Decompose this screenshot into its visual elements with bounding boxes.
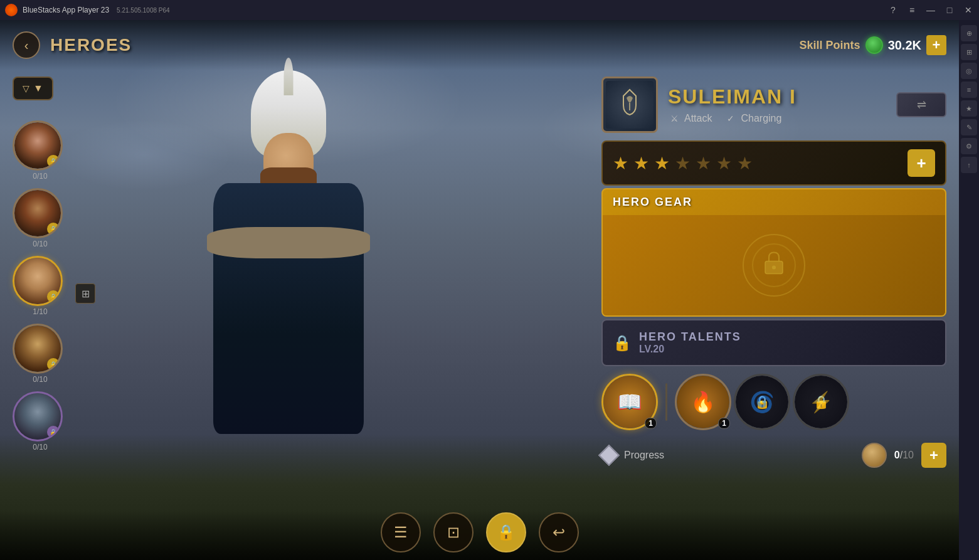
skill-separator xyxy=(665,383,667,421)
skill-points-label: Skill Points xyxy=(800,39,860,52)
grid-icon: ⊞ xyxy=(82,288,90,300)
shuffle-icon: ⇌ xyxy=(917,98,926,112)
attack-icon: ⚔ xyxy=(668,112,680,125)
hero-progress-2: 0/10 xyxy=(13,240,68,248)
title-bar: BlueStacks App Player 23 5.21.505.1008 P… xyxy=(0,0,979,20)
skill-points-value: 30.2K xyxy=(888,38,921,53)
back-button[interactable]: ‹ xyxy=(13,31,40,59)
hero-progress-4: 0/10 xyxy=(13,375,68,384)
progress-counter: 0/10 xyxy=(894,450,914,461)
hero-emblem xyxy=(601,77,658,133)
skill-badge-1: 1 xyxy=(645,418,657,429)
charging-icon: ✓ xyxy=(724,112,737,125)
sidebar-tool-4[interactable]: ≡ xyxy=(961,82,977,98)
hero-lock-icon-5: 🔒 xyxy=(47,426,60,438)
sidebar-tool-2[interactable]: ⊞ xyxy=(961,44,977,60)
top-navigation: ‹ HEROES Skill Points 30.2K + xyxy=(0,20,959,70)
sidebar-tool-5[interactable]: ★ xyxy=(961,100,977,117)
nav-back-button[interactable]: ↩ xyxy=(539,512,579,552)
progress-avatar xyxy=(862,443,887,468)
shuffle-button[interactable]: ⇌ xyxy=(896,92,946,117)
bottom-navigation: ☰ ⊡ 🔒 ↩ xyxy=(0,510,959,560)
sidebar-tool-3[interactable]: ◎ xyxy=(961,63,977,79)
hero-item-3[interactable]: 🔒 1/10 xyxy=(13,256,68,316)
minimize-btn[interactable]: — xyxy=(925,4,936,16)
star-6: ★ xyxy=(716,153,732,174)
hero-type-attack: ⚔ Attack xyxy=(668,112,712,125)
progress-add-button[interactable]: + xyxy=(921,443,946,468)
hero-item-1[interactable]: 🔒 0/10 xyxy=(13,120,68,181)
page-title: HEROES xyxy=(50,35,132,55)
skill-icon-3: 🌀 🔒 xyxy=(734,374,790,430)
talents-lock-icon: 🔒 xyxy=(613,334,632,352)
charging-label: Charging xyxy=(741,113,781,124)
talents-title: HERO TALENTS xyxy=(639,330,741,344)
nav-select-button[interactable]: ⊡ xyxy=(433,512,474,552)
sidebar-tool-7[interactable]: ⚙ xyxy=(961,138,977,154)
nav-list-button[interactable]: ☰ xyxy=(381,512,421,552)
gear-section-title: HERO GEAR xyxy=(613,196,692,209)
skill-icon-4: ⚡ 🔒 xyxy=(793,374,849,430)
app-logo xyxy=(5,4,18,16)
star-add-button[interactable]: + xyxy=(908,149,935,177)
hero-avatar-5: 🔒 xyxy=(13,391,63,441)
progress-row: Progress 0/10 + xyxy=(601,438,946,473)
filter-button[interactable]: ▽ ▼ xyxy=(13,77,53,100)
hero-avatar-3: 🔒 xyxy=(13,256,63,306)
hero-lock-icon-2: 🔒 xyxy=(47,223,60,235)
app-version: 5.21.505.1008 P64 xyxy=(117,7,170,14)
sidebar-tool-8[interactable]: ↑ xyxy=(961,157,977,173)
suleiman-body xyxy=(188,70,389,509)
sidebar-tool-6[interactable]: ✎ xyxy=(961,119,977,135)
sidebar-tool-1[interactable]: ⊕ xyxy=(961,25,977,41)
game-area: ‹ HEROES Skill Points 30.2K + ▽ ▼ 🔒 0/10… xyxy=(0,20,959,560)
help-btn[interactable]: ? xyxy=(887,4,899,16)
hero-item-5[interactable]: 🔒 0/10 xyxy=(13,391,68,452)
attack-label: Attack xyxy=(684,113,712,124)
hero-item-2[interactable]: 🔒 0/10 xyxy=(13,188,68,248)
svg-point-2 xyxy=(772,266,776,270)
star-3: ★ xyxy=(654,153,670,174)
close-btn[interactable]: ✕ xyxy=(963,4,974,16)
nav-lock-button[interactable]: 🔒 xyxy=(486,512,526,552)
hero-gear-section: HERO GEAR xyxy=(601,188,946,317)
skill-glyph-2: 🔥 xyxy=(691,390,716,414)
right-panel: SULEIMAN I ⚔ Attack ✓ Charging ⇌ ★ xyxy=(601,77,946,473)
skill-glyph-3: 🌀 xyxy=(749,390,775,414)
suleiman-figure xyxy=(100,51,477,541)
gear-lock-icon xyxy=(759,248,789,283)
star-1: ★ xyxy=(613,153,628,174)
menu-btn[interactable]: ≡ xyxy=(906,4,918,16)
progress-label: Progress xyxy=(624,450,854,461)
hero-avatar-2: 🔒 xyxy=(13,188,63,238)
skill-item-2[interactable]: 🔥 1 xyxy=(675,374,731,430)
skill-icons-row: 📖 1 🔥 1 🌀 🔒 xyxy=(601,369,946,435)
talents-level: LV.20 xyxy=(639,344,741,355)
skill-item-3[interactable]: 🌀 🔒 xyxy=(734,374,790,430)
hero-progress-3: 1/10 xyxy=(13,307,68,316)
emblem-icon xyxy=(614,87,645,124)
maximize-btn[interactable]: □ xyxy=(944,4,955,16)
filter-icon: ▽ xyxy=(23,83,29,93)
gear-lock-container xyxy=(743,234,805,297)
hero-name-header: SULEIMAN I ⚔ Attack ✓ Charging ⇌ xyxy=(601,77,946,133)
lock-icon: 🔒 xyxy=(497,524,516,541)
hero-lock-icon-1: 🔒 xyxy=(47,155,60,167)
suleiman-fur xyxy=(207,227,370,258)
skill-points-add-button[interactable]: + xyxy=(926,35,946,55)
grid-view-button[interactable]: ⊞ xyxy=(75,283,95,304)
progress-total: 10 xyxy=(902,450,914,460)
hero-type-row: ⚔ Attack ✓ Charging xyxy=(668,112,796,125)
star-5: ★ xyxy=(696,153,711,174)
filter-arrow: ▼ xyxy=(33,83,43,94)
gear-body xyxy=(603,215,945,315)
skill-item-4[interactable]: ⚡ 🔒 xyxy=(793,374,849,430)
hero-item-4[interactable]: 🔒 0/10 xyxy=(13,324,68,384)
list-icon: ☰ xyxy=(394,524,408,541)
suleiman-robe xyxy=(213,183,364,434)
skill-item-1[interactable]: 📖 1 xyxy=(601,374,658,430)
hero-avatar-1: 🔒 xyxy=(13,120,63,171)
hero-name: SULEIMAN I xyxy=(668,85,796,108)
hero-type-charging: ✓ Charging xyxy=(724,112,781,125)
hero-character-display xyxy=(100,51,477,541)
